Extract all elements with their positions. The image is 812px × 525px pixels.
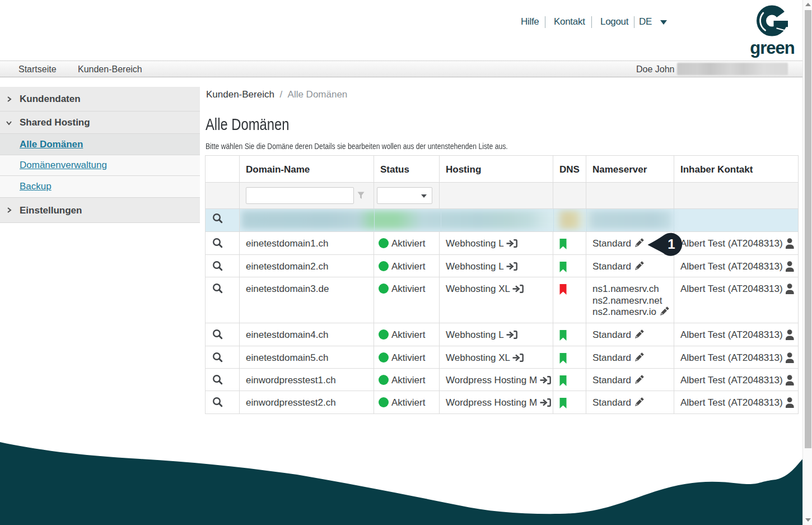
svg-text:1: 1 — [668, 236, 675, 252]
